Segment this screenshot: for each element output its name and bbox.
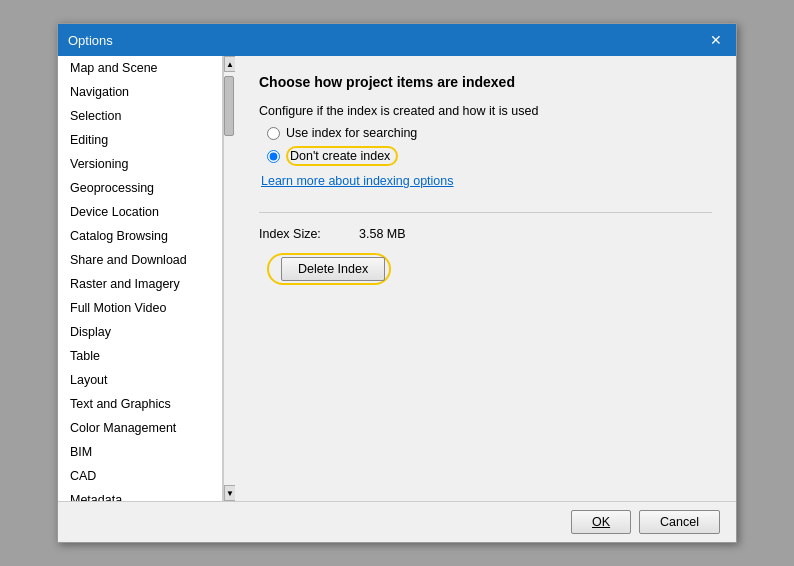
configure-label: Configure if the index is created and ho… bbox=[259, 104, 712, 118]
dont-create-label[interactable]: Don't create index bbox=[290, 149, 390, 163]
sidebar-item-1[interactable]: Navigation bbox=[58, 80, 222, 104]
dont-create-radio[interactable] bbox=[267, 150, 280, 163]
options-dialog: Options ✕ Map and SceneNavigationSelecti… bbox=[57, 23, 737, 543]
sidebar-item-3[interactable]: Editing bbox=[58, 128, 222, 152]
sidebar-item-14[interactable]: Text and Graphics bbox=[58, 392, 222, 416]
use-index-label[interactable]: Use index for searching bbox=[286, 126, 417, 140]
sidebar-item-18[interactable]: Metadata bbox=[58, 488, 222, 501]
sidebar-item-5[interactable]: Geoprocessing bbox=[58, 176, 222, 200]
sidebar-item-12[interactable]: Table bbox=[58, 344, 222, 368]
sidebar-item-15[interactable]: Color Management bbox=[58, 416, 222, 440]
delete-index-button[interactable]: Delete Index bbox=[281, 257, 385, 281]
close-button[interactable]: ✕ bbox=[706, 30, 726, 50]
index-size-label: Index Size: bbox=[259, 227, 359, 241]
learn-more-link[interactable]: Learn more about indexing options bbox=[261, 174, 454, 188]
sidebar-item-6[interactable]: Device Location bbox=[58, 200, 222, 224]
sidebar-item-17[interactable]: CAD bbox=[58, 464, 222, 488]
radio-row-1: Use index for searching bbox=[267, 126, 712, 140]
sidebar-scrollbar[interactable]: ▲ ▼ bbox=[223, 56, 235, 501]
radio-group: Use index for searching Don't create ind… bbox=[267, 126, 712, 166]
sidebar-item-8[interactable]: Share and Download bbox=[58, 248, 222, 272]
delete-index-wrapper: Delete Index bbox=[267, 253, 712, 285]
content-panel: Choose how project items are indexed Con… bbox=[235, 56, 736, 501]
cancel-button[interactable]: Cancel bbox=[639, 510, 720, 534]
divider bbox=[259, 212, 712, 213]
content-title: Choose how project items are indexed bbox=[259, 74, 712, 90]
index-size-value: 3.58 MB bbox=[359, 227, 406, 241]
ok-button[interactable]: OK bbox=[571, 510, 631, 534]
dont-create-highlight: Don't create index bbox=[286, 146, 398, 166]
sidebar-item-0[interactable]: Map and Scene bbox=[58, 56, 222, 80]
index-size-row: Index Size: 3.58 MB bbox=[259, 227, 712, 241]
sidebar-item-11[interactable]: Display bbox=[58, 320, 222, 344]
dialog-footer: OK Cancel bbox=[58, 501, 736, 542]
scrollbar-thumb[interactable] bbox=[224, 76, 234, 136]
scroll-down-arrow[interactable]: ▼ bbox=[224, 485, 235, 501]
sidebar-item-7[interactable]: Catalog Browsing bbox=[58, 224, 222, 248]
delete-index-highlight: Delete Index bbox=[267, 253, 391, 285]
use-index-radio[interactable] bbox=[267, 127, 280, 140]
dialog-body: Map and SceneNavigationSelectionEditingV… bbox=[58, 56, 736, 501]
sidebar-item-10[interactable]: Full Motion Video bbox=[58, 296, 222, 320]
sidebar: Map and SceneNavigationSelectionEditingV… bbox=[58, 56, 223, 501]
title-bar: Options ✕ bbox=[58, 24, 736, 56]
scroll-up-arrow[interactable]: ▲ bbox=[224, 56, 235, 72]
sidebar-item-16[interactable]: BIM bbox=[58, 440, 222, 464]
dialog-title: Options bbox=[68, 33, 113, 48]
sidebar-item-4[interactable]: Versioning bbox=[58, 152, 222, 176]
radio-row-2: Don't create index bbox=[267, 146, 712, 166]
sidebar-item-9[interactable]: Raster and Imagery bbox=[58, 272, 222, 296]
sidebar-item-2[interactable]: Selection bbox=[58, 104, 222, 128]
sidebar-wrapper: Map and SceneNavigationSelectionEditingV… bbox=[58, 56, 235, 501]
sidebar-item-13[interactable]: Layout bbox=[58, 368, 222, 392]
